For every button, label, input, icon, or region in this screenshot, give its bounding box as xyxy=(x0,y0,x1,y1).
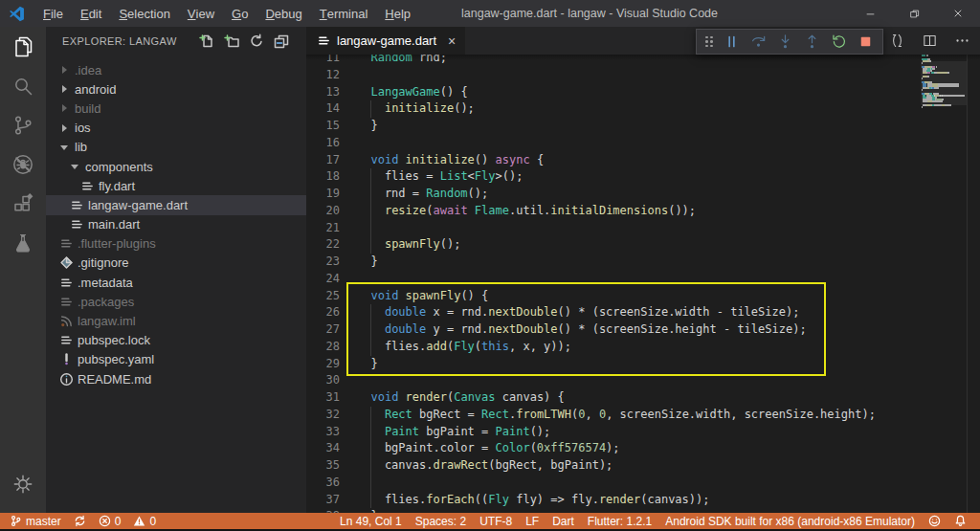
line-number[interactable]: 28 xyxy=(306,339,340,356)
code-text[interactable]: Random rnd; xyxy=(357,55,447,67)
pause-button[interactable] xyxy=(718,31,745,53)
new-file-button[interactable] xyxy=(197,32,216,51)
menu-go[interactable]: Go xyxy=(223,0,256,27)
tree-item-.metadata[interactable]: .metadata xyxy=(46,273,306,292)
line-number[interactable]: 17 xyxy=(306,152,340,169)
tree-item-langaw.iml[interactable]: langaw.iml xyxy=(46,311,306,330)
tree-item-.packages[interactable]: .packages xyxy=(46,292,306,311)
line-number[interactable]: 12 xyxy=(306,67,340,84)
line-number[interactable]: 32 xyxy=(306,407,340,424)
activity-test[interactable] xyxy=(0,223,46,262)
line-number[interactable]: 20 xyxy=(306,203,340,220)
code-text[interactable]: canvas.drawRect(bgRect, bgPaint); xyxy=(357,457,612,475)
line-number[interactable]: 34 xyxy=(306,440,340,457)
code-text[interactable]: double x = rnd.nextDouble() * (screenSiz… xyxy=(357,304,799,321)
code-text[interactable]: LangawGame() { xyxy=(357,84,468,101)
line-number[interactable]: 29 xyxy=(306,356,340,373)
tree-item-pubspec.lock[interactable]: pubspec.lock xyxy=(46,331,306,350)
line-number[interactable]: 13 xyxy=(306,84,340,101)
activity-explorer[interactable] xyxy=(0,27,46,66)
code-text[interactable]: resize(await Flame.util.initialDimension… xyxy=(357,203,696,220)
tree-item-ios[interactable]: ios xyxy=(46,119,306,138)
status-flutter-version[interactable]: Flutter: 1.2.1 xyxy=(588,515,652,528)
line-number[interactable]: 21 xyxy=(306,220,340,237)
menu-view[interactable]: View xyxy=(179,0,223,27)
tab-langaw-game[interactable]: langaw-game.dart × xyxy=(306,27,465,55)
tab-close-icon[interactable]: × xyxy=(448,33,456,49)
line-number[interactable]: 24 xyxy=(306,271,340,288)
line-number[interactable]: 30 xyxy=(306,372,340,389)
line-number[interactable]: 37 xyxy=(306,492,340,509)
line-number[interactable]: 25 xyxy=(306,288,340,305)
code-text[interactable]: Rect bgRect = Rect.fromLTWH(0, 0, screen… xyxy=(357,407,876,424)
tree-item-langaw-game.dart[interactable]: langaw-game.dart xyxy=(46,195,306,214)
line-number[interactable]: 15 xyxy=(306,118,340,135)
activity-extensions[interactable] xyxy=(0,184,46,223)
minimize-button[interactable] xyxy=(848,0,892,27)
code-text[interactable]: initialize(); xyxy=(357,100,475,118)
status-language-mode[interactable]: Dart xyxy=(552,515,574,528)
menu-debug[interactable]: Debug xyxy=(256,0,310,27)
tree-item-components[interactable]: components xyxy=(46,157,306,176)
settings-button[interactable] xyxy=(0,467,46,501)
menu-file[interactable]: File xyxy=(34,0,72,27)
status-indentation[interactable]: Spaces: 2 xyxy=(415,515,466,528)
tree-item-fly.dart[interactable]: fly.dart xyxy=(46,176,306,195)
tree-item-readme.md[interactable]: README.md xyxy=(46,369,306,388)
tree-item-lib[interactable]: lib xyxy=(46,138,306,157)
line-number[interactable]: 11 xyxy=(306,55,340,67)
status-sync[interactable] xyxy=(74,515,86,527)
collapse-all-button[interactable] xyxy=(272,32,291,51)
tree-item-android[interactable]: android xyxy=(46,79,306,99)
status-git-branch[interactable]: master xyxy=(10,515,61,528)
debug-toolbar-grip[interactable] xyxy=(702,33,716,51)
tree-item-main.dart[interactable]: main.dart xyxy=(46,215,306,234)
code-text[interactable]: } xyxy=(357,118,378,135)
editor-scrollbar[interactable] xyxy=(967,55,980,513)
line-number[interactable]: 27 xyxy=(306,321,340,339)
menu-edit[interactable]: Edit xyxy=(72,0,110,27)
status-feedback[interactable] xyxy=(928,515,941,527)
stop-button[interactable] xyxy=(852,31,879,53)
line-number[interactable]: 16 xyxy=(306,135,340,152)
new-folder-button[interactable] xyxy=(222,32,241,51)
tree-item-pubspec.yaml[interactable]: pubspec.yaml xyxy=(46,350,306,369)
code-text[interactable]: spawnFly(); xyxy=(357,236,460,254)
code-text[interactable]: void spawnFly() { xyxy=(357,288,488,305)
restart-button[interactable] xyxy=(825,31,852,53)
minimap[interactable] xyxy=(921,55,967,513)
activity-search[interactable] xyxy=(0,66,46,105)
tree-item-.gitignore[interactable]: .gitignore xyxy=(46,254,306,273)
menu-terminal[interactable]: Terminal xyxy=(311,0,377,27)
status-eol[interactable]: LF xyxy=(525,515,539,528)
restore-button[interactable] xyxy=(892,0,936,27)
line-number[interactable]: 31 xyxy=(306,389,340,407)
tree-item-build[interactable]: build xyxy=(46,99,306,118)
menu-selection[interactable]: Selection xyxy=(110,0,178,27)
tree-item-.flutter-plugins[interactable]: .flutter-plugins xyxy=(46,234,306,254)
code-text[interactable]: flies.forEach((Fly fly) => fly.render(ca… xyxy=(357,492,710,509)
step-over-button[interactable] xyxy=(745,31,771,53)
activity-source-control[interactable] xyxy=(0,105,46,144)
tree-item-.idea[interactable]: .idea xyxy=(46,60,306,79)
close-button[interactable] xyxy=(936,0,980,27)
status-cursor-position[interactable]: Ln 49, Col 1 xyxy=(340,515,402,528)
code-text[interactable]: } xyxy=(357,254,378,271)
code-text[interactable]: flies.add(Fly(this, x, y)); xyxy=(357,339,571,356)
line-number[interactable]: 26 xyxy=(306,304,340,321)
line-number[interactable]: 18 xyxy=(306,168,340,186)
code-text[interactable]: } xyxy=(357,356,378,373)
sync-changes-button[interactable] xyxy=(889,33,905,49)
code-text[interactable]: Paint bgPaint = Paint(); xyxy=(357,424,550,441)
code-text[interactable]: void render(Canvas canvas) { xyxy=(357,389,565,407)
status-notifications[interactable] xyxy=(954,515,967,527)
code-text[interactable]: rnd = Random(); xyxy=(357,186,488,203)
line-number[interactable]: 19 xyxy=(306,186,340,203)
menu-help[interactable]: Help xyxy=(376,0,419,27)
line-number[interactable]: 14 xyxy=(306,100,340,118)
line-number[interactable]: 36 xyxy=(306,475,340,492)
code-text[interactable]: void initialize() async { xyxy=(357,152,544,169)
code-text[interactable]: bgPaint.color = Color(0xff576574); xyxy=(357,440,620,457)
code-text[interactable]: double y = rnd.nextDouble() * (screenSiz… xyxy=(357,321,807,339)
refresh-button[interactable] xyxy=(247,32,266,51)
